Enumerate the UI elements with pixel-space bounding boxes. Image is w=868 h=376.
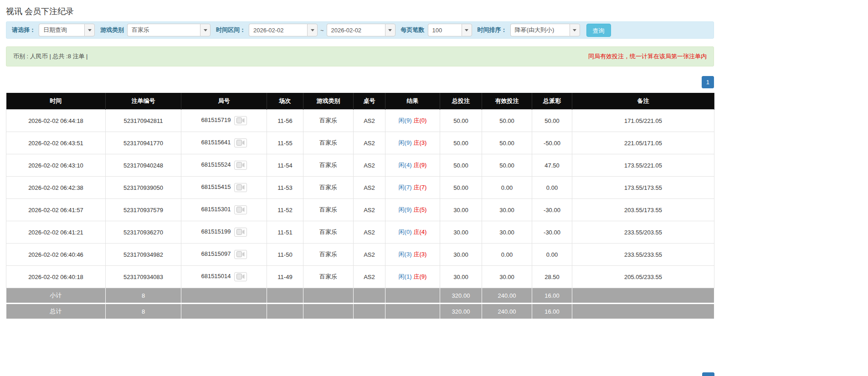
cell-time: 2026-02-02 06:43:51 [6,132,106,154]
result-player: 闲(9) [399,206,412,213]
cell-bet-no: 523170940248 [106,154,181,177]
cell-total-bet: 50.00 [440,154,482,177]
cell-game-type: 百家乐 [303,177,354,199]
video-replay-button[interactable] [234,116,247,125]
cell-session: 11-50 [267,244,303,266]
game-type-select[interactable]: 百家乐 [127,24,211,36]
date-to-value[interactable]: 2026-02-02 [327,24,385,36]
pagination-top: 1 [6,76,714,88]
video-replay-button[interactable] [234,183,247,192]
video-replay-button[interactable] [234,250,247,259]
cell-result: 闲(9)庄(5) [385,199,440,221]
result-player: 闲(1) [399,273,412,280]
video-icon [236,117,245,123]
date-from-dropdown-button[interactable] [307,24,318,36]
video-icon [236,140,245,146]
game-type-label: 游戏类别 [100,26,124,34]
cell-total-bet: 50.00 [440,110,482,132]
cell-result: 闲(4)庄(9) [385,154,440,177]
cell-total-payout: 47.50 [532,154,572,177]
cell-table-no: AS2 [354,266,385,288]
sort-label: 时间排序： [478,26,507,34]
col-remark: 备注 [572,93,714,110]
date-from-value[interactable]: 2026-02-02 [249,24,307,36]
cell-total-bet: 30.00 [440,244,482,266]
query-type-dropdown-button[interactable] [84,24,95,36]
page-1-button[interactable]: 1 [702,76,714,88]
subtotal-count: 8 [106,288,181,304]
query-type-value[interactable]: 日期查询 [39,24,84,36]
round-no-text: 681515719 [201,117,231,123]
cell-valid-bet: 50.00 [482,110,532,132]
video-icon [236,162,245,168]
subtotal-total-bet: 320.00 [440,288,482,304]
sort-value[interactable]: 降幂(由大到小) [510,24,570,36]
video-replay-button[interactable] [234,272,247,281]
result-banker: 庄(3) [414,251,427,258]
result-player: 闲(9) [399,117,412,124]
sort-dropdown-button[interactable] [570,24,580,36]
cell-game-type: 百家乐 [303,221,354,244]
round-no-text: 681515199 [201,228,231,235]
cell-round-no: 681515301 [181,199,267,221]
cell-time: 2026-02-02 06:41:21 [6,221,106,244]
cell-bet-no: 523170936270 [106,221,181,244]
per-page-select[interactable]: 100 [428,24,472,36]
summary-bar: 币别 : 人民币 | 总共 :8 注单 | 同局有效投注，统一计算在该局第一张注… [6,46,714,66]
video-replay-button[interactable] [234,228,247,237]
page-1-button-bottom[interactable]: 1 [702,372,714,376]
cell-game-type: 百家乐 [303,199,354,221]
col-total-payout: 总派彩 [532,93,572,110]
date-to-picker[interactable]: 2026-02-02 [327,24,395,36]
query-type-select[interactable]: 日期查询 [39,24,95,36]
per-page-dropdown-button[interactable] [462,24,472,36]
per-page-label: 每页笔数 [401,26,425,34]
cell-table-no: AS2 [354,132,385,154]
sort-select[interactable]: 降幂(由大到小) [510,24,580,36]
cell-remark: 173.55/221.05 [572,154,714,177]
cell-total-bet: 50.00 [440,177,482,199]
summary-notice: 同局有效投注，统一计算在该局第一张注单内 [588,52,707,61]
cell-result: 闲(3)庄(3) [385,244,440,266]
table-row: 2026-02-02 06:43:51 523170941770 6815156… [6,132,714,154]
cell-session: 11-55 [267,132,303,154]
cell-table-no: AS2 [354,244,385,266]
round-no-text: 681515301 [201,206,231,213]
video-replay-button[interactable] [234,205,247,214]
col-valid-bet: 有效投注 [482,93,532,110]
result-player: 闲(3) [399,251,412,258]
cell-game-type: 百家乐 [303,110,354,132]
cell-remark: 233.55/203.55 [572,221,714,244]
time-range-label: 时间区间： [216,26,246,34]
cell-remark: 233.55/233.55 [572,244,714,266]
search-button[interactable]: 查询 [586,24,611,37]
cell-round-no: 681515199 [181,221,267,244]
video-replay-button[interactable] [234,161,247,170]
cell-result: 闲(9)庄(3) [385,132,440,154]
cell-game-type: 百家乐 [303,154,354,177]
date-from-picker[interactable]: 2026-02-02 [249,24,318,36]
game-type-value[interactable]: 百家乐 [127,24,200,36]
table-row: 2026-02-02 06:41:21 523170936270 6815151… [6,221,714,244]
cell-table-no: AS2 [354,199,385,221]
cell-session: 11-49 [267,266,303,288]
table-header: 时间 注单编号 局号 场次 游戏类别 桌号 结果 总投注 有效投注 总派彩 备注 [6,93,714,110]
cell-game-type: 百家乐 [303,266,354,288]
game-type-dropdown-button[interactable] [200,24,211,36]
per-page-value[interactable]: 100 [428,24,462,36]
video-icon [236,184,245,190]
cell-bet-no: 523170934083 [106,266,181,288]
cell-round-no: 681515524 [181,154,267,177]
round-no-text: 681515097 [201,250,231,257]
video-replay-button[interactable] [234,138,247,147]
round-no-text: 681515415 [201,183,231,190]
date-to-dropdown-button[interactable] [385,24,395,36]
table-row: 2026-02-02 06:44:18 523170942811 6815157… [6,110,714,132]
query-type-label: 请选择： [12,26,36,34]
cell-remark: 205.05/233.55 [572,266,714,288]
subtotal-total-payout: 16.00 [532,288,572,304]
cell-remark: 203.55/173.55 [572,199,714,221]
result-banker: 庄(3) [414,139,427,146]
total-count: 8 [106,304,181,319]
cell-valid-bet: 50.00 [482,154,532,177]
